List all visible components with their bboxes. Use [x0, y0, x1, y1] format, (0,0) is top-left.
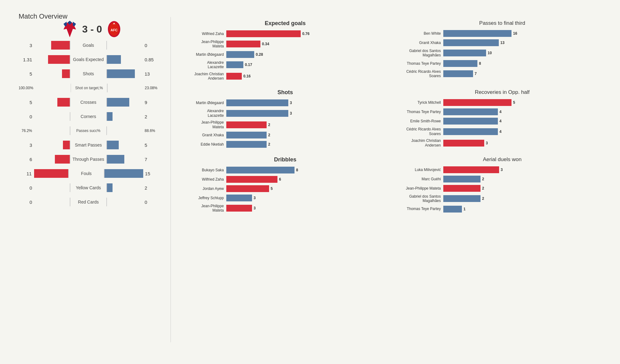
corners-away-bar: [107, 112, 113, 121]
home-score: 3: [82, 24, 88, 35]
bar-row: Thomas Teye Partey 8: [400, 60, 604, 67]
stat-row-smart-passes: 3 Smart Passes 5: [19, 140, 158, 150]
stat-row-goals-expected: 1.31 Goals Expected 0.85: [19, 55, 158, 64]
through-passes-label: Through Passes: [70, 157, 107, 162]
bar-container: 3: [226, 110, 388, 117]
fouls-label: Fouls: [69, 171, 104, 176]
smart-passes-away-val: 5: [143, 143, 158, 148]
bar-label: Thomas Teye Partey: [400, 207, 443, 211]
recoveries-section: Recoveries in Opp. half Tyrick Mitchell …: [394, 86, 611, 153]
svg-marker-3: [73, 22, 76, 26]
bar-row: AlexandreLacazette 0.17: [183, 60, 388, 69]
bar-fill: [443, 60, 477, 67]
stat-row-shots: 5 Shots 13: [19, 69, 158, 79]
red-cards-away-val: 0: [143, 200, 158, 205]
dribbles-section: Dribbles Bukayo Saka 8 Wilfried Zaha 6 J…: [177, 153, 394, 218]
passes-succ-home-val: 76.2%: [19, 129, 34, 133]
bar-fill: [443, 206, 462, 213]
smart-passes-home-val: 3: [19, 143, 34, 148]
bar-container: 7: [443, 70, 604, 77]
bar-value: 4: [498, 110, 502, 114]
goals-exp-label: Goals Expected: [70, 57, 107, 62]
bar-row: Joachim ChristianAndersen 0.16: [183, 72, 388, 81]
bar-value: 2: [267, 123, 270, 127]
bar-container: 2: [443, 185, 604, 192]
bar-row: Martin Ødegaard 3: [183, 99, 388, 106]
bar-fill: [226, 121, 267, 128]
bar-label: Jean-PhilippeMateta: [183, 40, 226, 49]
bar-container: 2: [226, 141, 388, 148]
bar-fill: [226, 176, 277, 183]
bar-fill: [443, 50, 486, 56]
through-passes-home-val: 6: [19, 157, 34, 162]
bar-value: 0.16: [242, 74, 250, 78]
bar-value: 0.34: [260, 42, 269, 46]
bar-value: 0.76: [301, 32, 309, 36]
bar-row: Jean-Philippe Mateta 2: [400, 185, 604, 192]
crosses-away-bar: [107, 98, 129, 107]
bar-fill: [443, 108, 498, 115]
bar-fill: [226, 195, 252, 201]
bar-container: 2: [226, 121, 388, 128]
fouls-home-bar: [34, 169, 68, 178]
shots-away-bar: [107, 69, 135, 78]
bar-value: 2: [480, 177, 484, 181]
bar-label: AlexandreLacazette: [183, 109, 226, 118]
bar-value: 3: [484, 141, 488, 145]
stat-row-red-cards: 0 Red Cards 0: [19, 197, 158, 207]
bar-label: Martin Ødegaard: [183, 52, 226, 57]
bar-row: Jean-PhilippeMateta 3: [183, 204, 388, 213]
shots-section: Shots Martin Ødegaard 3 AlexandreLacazet…: [177, 86, 394, 153]
bar-value: 3: [288, 101, 292, 105]
bar-container: 0.17: [226, 61, 388, 68]
shots-label: Shots: [70, 71, 107, 76]
bar-container: 0.34: [226, 41, 388, 47]
through-passes-away-bar: [107, 155, 124, 164]
bar-value: 3: [252, 196, 256, 200]
bar-value: 4: [498, 119, 502, 123]
bar-fill: [443, 195, 480, 202]
fouls-away-val: 15: [143, 171, 158, 176]
bar-container: 2: [226, 132, 388, 138]
goals-home-bar: [51, 41, 70, 50]
bar-value: 3: [499, 168, 503, 172]
bar-fill: [443, 128, 498, 135]
bar-fill: [226, 141, 267, 148]
bar-row: Wilfried Zaha 6: [183, 176, 388, 183]
bar-row: Cédric Ricardo AlvesSoares 7: [400, 69, 604, 78]
bar-row: Granit Xhaka 2: [183, 132, 388, 138]
bar-label: Jean-PhilippeMateta: [183, 120, 226, 129]
bar-label: Granit Xhaka: [183, 133, 226, 137]
page-title: Match Overview: [19, 12, 68, 20]
bar-container: 3: [226, 205, 388, 212]
bar-container: 2: [443, 195, 604, 202]
bar-label: Wilfried Zaha: [183, 32, 226, 36]
bar-container: 6: [226, 176, 388, 183]
svg-text:AFC: AFC: [111, 28, 118, 32]
bar-value: 6: [277, 177, 281, 182]
bar-container: 4: [443, 128, 604, 135]
smart-passes-home-bar: [63, 141, 70, 149]
bar-row: Ben White 16: [400, 30, 604, 37]
svg-marker-2: [64, 22, 67, 26]
right-panel: Expected goals Wilfried Zaha 0.76 Jean-P…: [177, 17, 611, 218]
bar-row: Marc Guéhi 2: [400, 176, 604, 182]
bar-label: Eddie Nketiah: [183, 142, 226, 147]
bar-row: Wilfried Zaha 0.76: [183, 30, 388, 37]
bar-fill: [226, 205, 252, 212]
bar-row: Thomas Teye Partey 4: [400, 108, 604, 115]
bar-fill: [226, 30, 301, 37]
recoveries-title: Recoveries in Opp. half: [400, 89, 604, 95]
shot-target-home-val: 100.00%: [19, 86, 35, 90]
bar-container: 5: [443, 99, 604, 106]
goals-exp-away-val: 0.85: [143, 57, 158, 62]
bar-value: 3: [288, 111, 292, 116]
crosses-home-val: 5: [19, 100, 34, 105]
shots-home-val: 5: [19, 71, 34, 77]
goals-away-val: 0: [143, 43, 158, 48]
bar-container: 10: [443, 50, 604, 56]
left-stats-section: 3 Goals 0 1.31 Goals Expected 0.85 5 Sho…: [19, 40, 158, 211]
corners-home-val: 0: [19, 114, 34, 119]
passes-final-third-title: Passes to final third: [400, 20, 604, 26]
bar-container: 3: [443, 140, 604, 147]
